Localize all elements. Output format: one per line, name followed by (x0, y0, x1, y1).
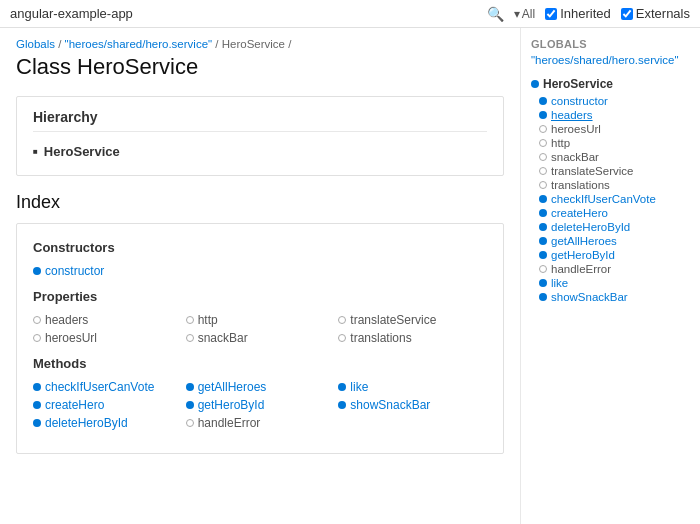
sm-dot-handleerror (539, 265, 547, 273)
top-bar-controls: 🔍 ▾ All Inherited Externals (487, 6, 690, 22)
m-dot-1 (33, 383, 41, 391)
sidebar-member-heroesurl: heroesUrl (531, 122, 690, 136)
sidebar-member-deleteherobyid[interactable]: deleteHeroById (531, 220, 690, 234)
sm-dot-heroesurl (539, 125, 547, 133)
prop-headers: headers (33, 312, 182, 328)
sidebar-member-headers[interactable]: headers (531, 108, 690, 122)
prop-http: http (186, 312, 335, 328)
hierarchy-card: Hierarchy HeroService (16, 96, 504, 176)
sm-dot-http (539, 139, 547, 147)
method-showsnackbar[interactable]: showSnackBar (338, 397, 487, 413)
sm-dot-translateservice (539, 167, 547, 175)
filter-dropdown[interactable]: ▾ All (514, 7, 535, 21)
constructor-dot (33, 267, 41, 275)
m-dot-2 (186, 383, 194, 391)
method-getallheroes[interactable]: getAllHeroes (186, 379, 335, 395)
hierarchy-title: Hierarchy (33, 109, 487, 132)
sm-dot-createhero (539, 209, 547, 217)
methods-label: Methods (33, 356, 487, 371)
sm-dot-checkifusercanvote (539, 195, 547, 203)
breadcrumb-class: HeroService (222, 38, 285, 50)
externals-filter[interactable]: Externals (621, 6, 690, 21)
sidebar-member-createhero[interactable]: createHero (531, 206, 690, 220)
externals-checkbox[interactable] (621, 8, 633, 20)
sm-dot-getherobyid (539, 251, 547, 259)
breadcrumb: Globals / "heroes/shared/hero.service" /… (16, 38, 504, 50)
sidebar-member-http: http (531, 136, 690, 150)
prop-translations-dot (338, 334, 346, 342)
hierarchy-item: HeroService (33, 140, 487, 163)
prop-translateservice: translateService (338, 312, 487, 328)
sm-dot-headers (539, 111, 547, 119)
sidebar-member-showsnackbar[interactable]: showSnackBar (531, 290, 690, 304)
breadcrumb-file[interactable]: "heroes/shared/hero.service" (65, 38, 213, 50)
prop-translateservice-dot (338, 316, 346, 324)
m-dot-4 (33, 401, 41, 409)
method-getherobyid[interactable]: getHeroById (186, 397, 335, 413)
methods-list: checkIfUserCanVote getAllHeroes like cre… (33, 379, 487, 431)
sm-dot-snackbar (539, 153, 547, 161)
sm-dot-deleteherobyid (539, 223, 547, 231)
m-dot-7 (33, 419, 41, 427)
m-dot-8 (186, 419, 194, 427)
inherited-label: Inherited (560, 6, 611, 21)
sm-dot-getallheroes (539, 237, 547, 245)
sidebar-member-translateservice: translateService (531, 164, 690, 178)
method-createhero[interactable]: createHero (33, 397, 182, 413)
right-sidebar: Globals "heroes/shared/hero.service" Her… (520, 28, 700, 524)
method-deleteherobyid[interactable]: deleteHeroById (33, 415, 182, 431)
sidebar-member-translations: translations (531, 178, 690, 192)
index-card: Constructors constructor Properties head… (16, 223, 504, 454)
sidebar-member-constructor[interactable]: constructor (531, 94, 690, 108)
sidebar-file-link[interactable]: "heroes/shared/hero.service" (531, 54, 690, 66)
sidebar-member-snackbar: snackBar (531, 150, 690, 164)
hierarchy-item-name: HeroService (44, 144, 120, 159)
sm-dot-like (539, 279, 547, 287)
sidebar-member-handleerror: handleError (531, 262, 690, 276)
filter-all-label: All (522, 7, 535, 21)
constructors-list: constructor (33, 263, 487, 279)
prop-snackbar: snackBar (186, 330, 335, 346)
sidebar-members-list: constructor headers heroesUrl http snack… (531, 94, 690, 304)
left-content: Globals / "heroes/shared/hero.service" /… (0, 28, 520, 524)
sm-dot-translations (539, 181, 547, 189)
prop-heroesurl: heroesUrl (33, 330, 182, 346)
inherited-filter[interactable]: Inherited (545, 6, 611, 21)
method-checkifusercanvote[interactable]: checkIfUserCanVote (33, 379, 182, 395)
constructors-label: Constructors (33, 240, 487, 255)
externals-label: Externals (636, 6, 690, 21)
method-handleerror: handleError (186, 415, 335, 431)
sidebar-member-getallheroes[interactable]: getAllHeroes (531, 234, 690, 248)
sidebar-member-getherobyid[interactable]: getHeroById (531, 248, 690, 262)
main-layout: Globals / "heroes/shared/hero.service" /… (0, 28, 700, 524)
sidebar-class-name: HeroService (531, 76, 690, 92)
app-name: angular-example-app (10, 6, 133, 21)
top-bar: angular-example-app 🔍 ▾ All Inherited Ex… (0, 0, 700, 28)
prop-headers-dot (33, 316, 41, 324)
sidebar-member-checkifusercanvote[interactable]: checkIfUserCanVote (531, 192, 690, 206)
index-title: Index (16, 192, 504, 213)
method-like[interactable]: like (338, 379, 487, 395)
prop-heroesurl-dot (33, 334, 41, 342)
prop-translations: translations (338, 330, 487, 346)
inherited-checkbox[interactable] (545, 8, 557, 20)
prop-http-dot (186, 316, 194, 324)
constructor-link[interactable]: constructor (33, 263, 487, 279)
m-dot-5 (186, 401, 194, 409)
m-dot-3 (338, 383, 346, 391)
m-dot-6 (338, 401, 346, 409)
properties-label: Properties (33, 289, 487, 304)
breadcrumb-globals[interactable]: Globals (16, 38, 55, 50)
sm-dot-constructor (539, 97, 547, 105)
search-icon[interactable]: 🔍 (487, 6, 504, 22)
sidebar-globals-label: Globals (531, 38, 690, 50)
properties-list: headers http translateService heroesUrl … (33, 312, 487, 346)
chevron-icon: ▾ (514, 7, 520, 21)
sidebar-class-dot (531, 80, 539, 88)
sidebar-member-like[interactable]: like (531, 276, 690, 290)
prop-snackbar-dot (186, 334, 194, 342)
page-title: Class HeroService (16, 54, 504, 80)
sm-dot-showsnackbar (539, 293, 547, 301)
